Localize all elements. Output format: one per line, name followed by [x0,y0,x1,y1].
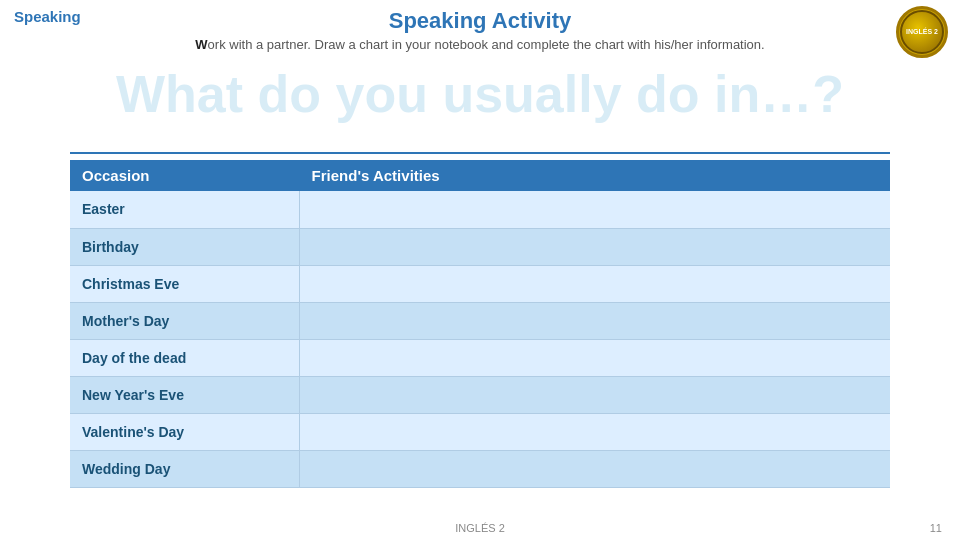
occasion-cell: New Year's Eve [70,376,300,413]
activity-cell [300,302,890,339]
subtitle: Work with a partner. Draw a chart in you… [0,36,960,54]
table-row: Valentine's Day [70,413,890,450]
page: Speaking INGLÉS 2 Speaking Activity Work… [0,0,960,540]
occasion-cell: Christmas Eve [70,265,300,302]
table-row: Birthday [70,228,890,265]
activity-cell [300,376,890,413]
footer: INGLÉS 2 [0,522,960,534]
table-row: New Year's Eve [70,376,890,413]
table-row: Day of the dead [70,339,890,376]
divider [70,152,890,154]
footer-page: 11 [930,522,942,534]
occasion-cell: Day of the dead [70,339,300,376]
activity-cell [300,450,890,487]
activity-cell [300,228,890,265]
activity-cell [300,265,890,302]
table-row: Christmas Eve [70,265,890,302]
col-activities-header: Friend's Activities [300,160,890,191]
occasion-cell: Birthday [70,228,300,265]
col-occasion-header: Occasion [70,160,300,191]
occasion-cell: Valentine's Day [70,413,300,450]
activity-cell [300,413,890,450]
table-row: Mother's Day [70,302,890,339]
table-row: Easter [70,191,890,228]
table-row: Wedding Day [70,450,890,487]
watermark-text: What do you usually do in…? [0,68,960,120]
activity-cell [300,191,890,228]
table-header-row: Occasion Friend's Activities [70,160,890,191]
subtitle-bold: W [195,37,207,52]
page-title: Speaking Activity [0,8,960,34]
activity-cell [300,339,890,376]
footer-label: INGLÉS 2 [455,522,505,534]
occasion-cell: Mother's Day [70,302,300,339]
table-wrapper: Occasion Friend's Activities EasterBirth… [70,160,890,504]
occasions-table: Occasion Friend's Activities EasterBirth… [70,160,890,488]
occasion-cell: Wedding Day [70,450,300,487]
subtitle-text: ork with a partner. Draw a chart in your… [208,37,765,52]
title-area: Speaking Activity Work with a partner. D… [0,8,960,54]
occasion-cell: Easter [70,191,300,228]
